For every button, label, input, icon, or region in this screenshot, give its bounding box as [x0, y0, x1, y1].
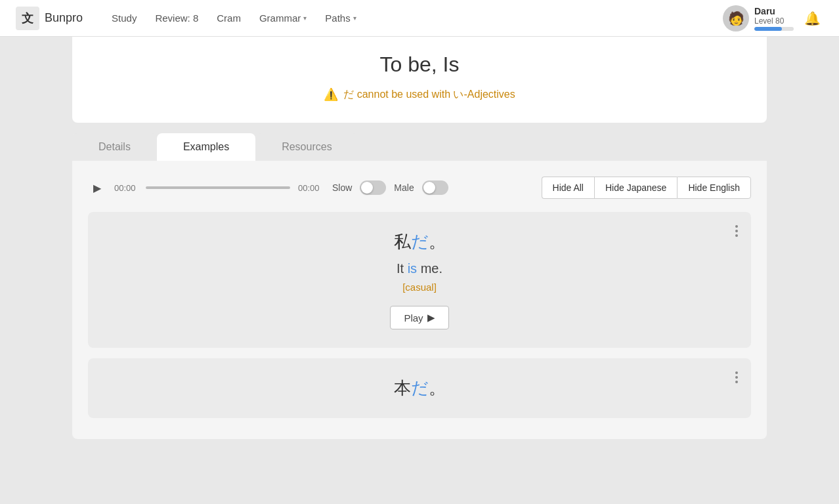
- user-progress-fill: [754, 27, 782, 31]
- more-dot-3: [735, 381, 738, 383]
- nav-review[interactable]: Review: 8: [147, 7, 206, 29]
- avatar: 🧑: [723, 5, 749, 32]
- slow-toggle[interactable]: [360, 180, 386, 195]
- example-1-tag: [casual]: [114, 282, 725, 293]
- user-level: Level 80: [754, 16, 794, 26]
- grammar-title: To be, Is: [98, 52, 741, 77]
- more-dot-2: [735, 376, 738, 379]
- audio-time-end: 00:00: [298, 183, 322, 193]
- example-1-more-button[interactable]: [733, 222, 741, 240]
- tab-resources[interactable]: Resources: [255, 133, 358, 161]
- nav-grammar[interactable]: Grammar ▾: [251, 7, 314, 29]
- user-info: Daru Level 80: [754, 6, 794, 31]
- example-1-english-highlight: is: [408, 261, 417, 276]
- hide-all-button[interactable]: Hide All: [542, 177, 594, 199]
- navbar: 文 Bunpro Study Review: 8 Cram Grammar ▾ …: [0, 0, 839, 37]
- audio-play-button[interactable]: ▶: [88, 178, 106, 197]
- example-1-japanese-highlight: だ: [411, 232, 429, 251]
- tabs-section: Details Examples Resources: [72, 133, 767, 161]
- example-1-play-icon: ▶: [427, 312, 435, 324]
- header-card: To be, Is ⚠️ だ cannot be used with い-Adj…: [72, 37, 767, 123]
- example-1-japanese: 私だ。: [114, 230, 725, 253]
- bell-icon[interactable]: 🔔: [802, 8, 823, 29]
- more-dot-2: [735, 230, 738, 232]
- nav-links: Study Review: 8 Cram Grammar ▾ Paths ▾: [104, 7, 723, 29]
- grammar-dropdown-arrow: ▾: [303, 14, 307, 22]
- audio-controls: ▶ 00:00 00:00 Slow Male Hide All Hide Ja…: [88, 177, 751, 199]
- example-2-more-button[interactable]: [733, 369, 741, 386]
- example-1-japanese-post: 。: [429, 232, 446, 251]
- brand-link[interactable]: 文 Bunpro: [16, 7, 83, 30]
- example-1-english-pre: It: [397, 261, 408, 276]
- nav-cram[interactable]: Cram: [209, 7, 249, 29]
- nav-study[interactable]: Study: [104, 7, 144, 29]
- audio-progress-track[interactable]: [146, 186, 290, 189]
- user-progress-bar: [754, 27, 794, 31]
- hide-buttons: Hide All Hide Japanese Hide English: [542, 177, 751, 199]
- example-1-japanese-pre: 私: [394, 232, 411, 251]
- example-1-play-label: Play: [404, 312, 423, 324]
- user-name: Daru: [754, 6, 794, 16]
- example-1-play-button[interactable]: Play ▶: [390, 306, 448, 329]
- main-card: ▶ 00:00 00:00 Slow Male Hide All Hide Ja…: [72, 161, 767, 439]
- male-label: Male: [394, 182, 414, 193]
- example-2-japanese: 本だ。: [114, 377, 725, 400]
- example-card-2: 本だ。: [88, 358, 751, 418]
- tab-examples[interactable]: Examples: [157, 133, 255, 161]
- example-1-english: It is me.: [114, 261, 725, 276]
- more-dot-1: [735, 371, 738, 374]
- audio-time-start: 00:00: [114, 183, 138, 193]
- slow-label: Slow: [332, 182, 352, 193]
- example-2-japanese-pre: 本: [394, 378, 411, 398]
- example-2-japanese-post: 。: [429, 378, 446, 398]
- paths-dropdown-arrow: ▾: [353, 14, 356, 22]
- navbar-right: 🧑 Daru Level 80 🔔: [723, 5, 823, 32]
- brand-icon: 文: [16, 7, 39, 30]
- example-card-1: 私だ。 It is me. [casual] Play ▶: [88, 212, 751, 348]
- more-dot-3: [735, 234, 738, 237]
- brand-name: Bunpro: [45, 11, 83, 25]
- hide-japanese-button[interactable]: Hide Japanese: [594, 177, 677, 199]
- slow-toggle-knob: [361, 182, 373, 194]
- male-toggle[interactable]: [422, 180, 448, 195]
- nav-paths[interactable]: Paths ▾: [317, 7, 364, 29]
- male-toggle-knob: [423, 182, 435, 194]
- user-section[interactable]: 🧑 Daru Level 80: [723, 5, 794, 32]
- warning-icon: ⚠️: [324, 87, 338, 102]
- example-2-japanese-highlight: だ: [411, 378, 429, 398]
- page-wrapper: To be, Is ⚠️ だ cannot be used with い-Adj…: [0, 0, 839, 504]
- warning-notice: ⚠️ だ cannot be used with い-Adjectives: [324, 87, 515, 102]
- example-1-english-post: me.: [417, 261, 442, 276]
- tab-details[interactable]: Details: [72, 133, 157, 161]
- more-dot-1: [735, 225, 738, 228]
- hide-english-button[interactable]: Hide English: [677, 177, 751, 199]
- warning-text: だ cannot be used with い-Adjectives: [343, 88, 515, 102]
